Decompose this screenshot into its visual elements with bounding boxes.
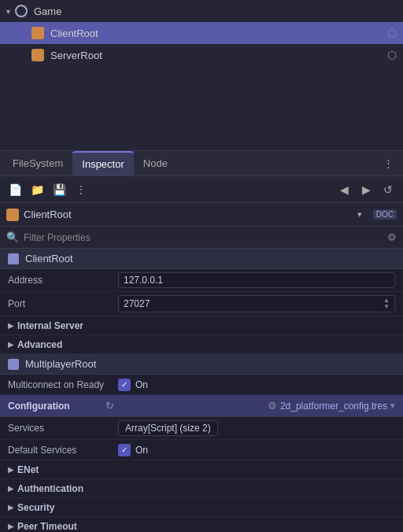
- default-services-label: Default Services: [8, 445, 118, 456]
- filter-placeholder: Filter Properties: [24, 232, 383, 243]
- multiconnect-checkbox[interactable]: ✓ On: [118, 379, 148, 391]
- nav-next-icon[interactable]: ▶: [357, 181, 375, 198]
- authentication-label: Authentication: [17, 483, 83, 494]
- internal-server-arrow: ▶: [8, 321, 14, 330]
- multiconnect-check-icon: ✓: [118, 379, 131, 391]
- multiconnect-label: Multiconnect on Ready: [8, 379, 118, 390]
- tree-label-game: Game: [34, 6, 61, 17]
- tree-label-serverroot: ServerRoot: [50, 50, 102, 61]
- open-scene-icon[interactable]: 📁: [28, 181, 46, 198]
- node-path-text: ClientRoot: [24, 209, 353, 220]
- configuration-row: Configuration ↻ ⚙ 2d_platformer_config.t…: [0, 395, 403, 417]
- config-reload-icon[interactable]: ↻: [105, 400, 114, 412]
- enet-arrow: ▶: [8, 465, 14, 474]
- inspector-toolbar: 📄 📁 💾 ⋮ ◀ ▶ ↺: [0, 176, 403, 203]
- port-row: Port 27027 ▲ ▼: [0, 292, 403, 316]
- save-scene-icon[interactable]: 💾: [50, 181, 68, 198]
- clientroot-right-icon: ⬡: [387, 27, 397, 39]
- game-node-icon: [15, 5, 28, 17]
- config-gear-icon[interactable]: ⚙: [268, 400, 277, 412]
- serverroot-right-icon: ⬡: [387, 49, 397, 61]
- search-icon: 🔍: [6, 231, 19, 243]
- internal-server-group[interactable]: ▶ Internal Server: [0, 316, 403, 335]
- serverroot-node-icon: [31, 49, 44, 61]
- advanced-group[interactable]: ▶ Advanced: [0, 335, 403, 354]
- configuration-label: Configuration: [8, 401, 102, 412]
- multiplayerroot-header-label: MultiplayerRoot: [25, 358, 96, 370]
- default-services-value: On: [135, 445, 148, 456]
- port-arrows[interactable]: ▲ ▼: [383, 297, 390, 310]
- config-value: ⚙ 2d_platformer_config.tres ▾: [114, 400, 395, 412]
- multiplayerroot-section-header: MultiplayerRoot: [0, 354, 403, 375]
- tree-label-clientroot: ClientRoot: [50, 28, 98, 39]
- node-path-bar: ClientRoot ▾ DOC: [0, 203, 403, 227]
- clientroot-node-icon: [31, 27, 44, 39]
- address-label: Address: [8, 275, 118, 286]
- config-chevron-icon[interactable]: ▾: [390, 401, 395, 411]
- tab-node[interactable]: Node: [134, 151, 177, 175]
- advanced-arrow: ▶: [8, 340, 14, 349]
- peer-timeout-group[interactable]: ▶ Peer Timeout: [0, 517, 403, 532]
- nav-prev-icon[interactable]: ◀: [335, 181, 353, 198]
- security-arrow: ▶: [8, 503, 14, 512]
- peer-timeout-label: Peer Timeout: [17, 521, 77, 532]
- tab-inspector[interactable]: Inspector: [72, 151, 133, 175]
- new-scene-icon[interactable]: 📄: [6, 181, 24, 198]
- scene-tree: ▾ Game ClientRoot ⬡ ServerRoot ⬡: [0, 0, 403, 151]
- tree-item-game[interactable]: ▾ Game: [0, 0, 403, 22]
- tab-filesystem[interactable]: FileSystem: [3, 151, 72, 175]
- config-file-text: 2d_platformer_config.tres: [280, 401, 387, 412]
- peer-timeout-arrow: ▶: [8, 522, 14, 530]
- tab-menu-button[interactable]: ⋮: [377, 154, 400, 172]
- security-label: Security: [17, 502, 54, 513]
- filter-bar: 🔍 Filter Properties ⚙: [0, 227, 403, 249]
- address-input[interactable]: 127.0.0.1: [118, 272, 395, 288]
- services-row: Services Array[Script] (size 2): [0, 417, 403, 440]
- clientroot-header-label: ClientRoot: [25, 253, 73, 264]
- filter-settings-icon[interactable]: ⚙: [387, 231, 397, 243]
- port-label: Port: [8, 298, 118, 309]
- multiconnect-value: On: [135, 379, 148, 390]
- internal-server-label: Internal Server: [17, 320, 83, 331]
- enet-label: ENet: [17, 464, 39, 475]
- address-row: Address 127.0.0.1: [0, 269, 403, 292]
- multiconnect-row: Multiconnect on Ready ✓ On: [0, 375, 403, 395]
- tree-item-clientroot[interactable]: ClientRoot ⬡: [0, 22, 403, 44]
- history-icon[interactable]: ↺: [379, 181, 397, 198]
- default-services-check-icon: ✓: [118, 444, 131, 456]
- authentication-arrow: ▶: [8, 484, 14, 493]
- port-input[interactable]: 27027 ▲ ▼: [118, 295, 395, 312]
- authentication-group[interactable]: ▶ Authentication: [0, 479, 403, 498]
- tree-item-serverroot[interactable]: ServerRoot ⬡: [0, 44, 403, 66]
- inspector-area: 📄 📁 💾 ⋮ ◀ ▶ ↺ ClientRoot ▾ DOC 🔍 Filter …: [0, 176, 403, 532]
- extra-menu-icon[interactable]: ⋮: [72, 181, 90, 198]
- doc-button[interactable]: DOC: [373, 209, 397, 220]
- advanced-label: Advanced: [17, 339, 62, 350]
- services-array-value: Array[Script] (size 2): [118, 420, 218, 436]
- security-group[interactable]: ▶ Security: [0, 498, 403, 517]
- clientroot-header-icon: [8, 253, 19, 264]
- clientroot-section-header: ClientRoot: [0, 249, 403, 269]
- default-services-row: Default Services ✓ On: [0, 440, 403, 460]
- enet-group[interactable]: ▶ ENet: [0, 460, 403, 479]
- node-path-icon: [6, 209, 19, 221]
- expand-arrow-game: ▾: [6, 7, 10, 16]
- multiplayerroot-header-icon: [8, 359, 19, 370]
- node-path-chevron[interactable]: ▾: [357, 209, 362, 220]
- tab-bar: FileSystem Inspector Node ⋮: [0, 151, 403, 176]
- services-label: Services: [8, 423, 118, 434]
- default-services-checkbox[interactable]: ✓ On: [118, 444, 148, 456]
